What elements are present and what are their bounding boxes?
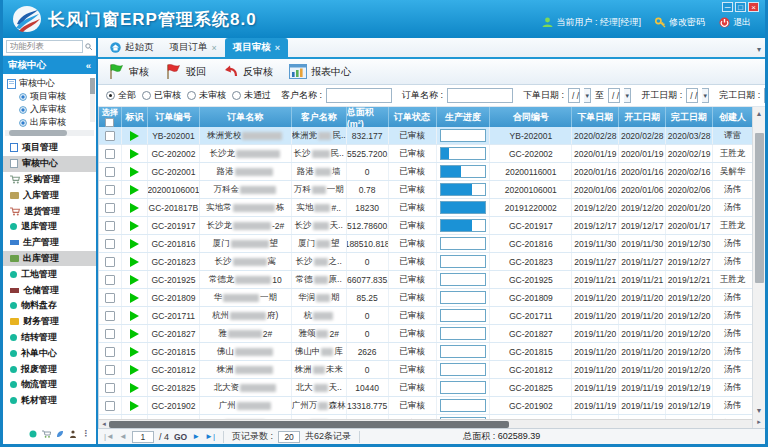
row-select-cell[interactable] — [99, 253, 122, 270]
sidebar-item-9[interactable]: 仓储管理 — [3, 282, 96, 298]
column-header-开工日期[interactable]: 开工日期 — [619, 107, 666, 127]
table-row[interactable]: GC-201711杭州府)杭0已审核GC-2017112019/11/20201… — [99, 307, 752, 325]
table-row[interactable]: GC-201809华一期华润期85.25已审核GC-2018092019/11/… — [99, 289, 752, 307]
column-header-标识[interactable]: 标识 — [122, 107, 148, 127]
table-row[interactable]: GC-201917长沙龙-2#长沙天..8512.78600..已审核GC-20… — [99, 217, 752, 235]
tab-起始页[interactable]: 起始页 — [102, 38, 162, 57]
row-select-cell[interactable] — [99, 217, 122, 234]
row-select-cell[interactable] — [99, 289, 122, 306]
row-select-cell[interactable] — [99, 307, 122, 324]
row-checkbox[interactable] — [105, 275, 115, 285]
row-checkbox[interactable] — [105, 203, 115, 213]
horizontal-scroll-thumb[interactable] — [109, 421, 509, 428]
scroll-up-icon[interactable]: ▲ — [753, 107, 765, 119]
column-header-完工日期[interactable]: 完工日期 — [666, 107, 713, 127]
sidebar-item-6[interactable]: 生产管理 — [3, 235, 96, 251]
vertical-scrollbar[interactable]: ▲ ▼ ▸ — [752, 107, 765, 428]
row-checkbox[interactable] — [105, 131, 115, 141]
sidebar-item-0[interactable]: 项目管理 — [3, 140, 96, 156]
toolbar-button-驳回[interactable]: 驳回 — [165, 63, 206, 80]
row-checkbox[interactable] — [105, 149, 115, 159]
maximize-button[interactable]: □ — [735, 2, 746, 12]
radio-全部[interactable]: 全部 — [106, 89, 136, 102]
next-page-icon[interactable]: ► — [192, 432, 200, 441]
customer-name-input[interactable] — [326, 88, 392, 103]
row-select-cell[interactable] — [99, 127, 122, 144]
tree-item-root[interactable]: 审核中心 — [7, 77, 96, 90]
sidebar-item-4[interactable]: 退货管理 — [3, 203, 96, 219]
finish-date-input[interactable]: / / — [764, 88, 765, 103]
chevron-down-icon[interactable]: ▼ — [624, 88, 631, 103]
logout-button[interactable]: 退出 — [719, 16, 751, 29]
sidebar-item-16[interactable]: 耗材管理 — [3, 393, 96, 409]
row-checkbox[interactable] — [105, 167, 115, 177]
sidebar-item-12[interactable]: 结转管理 — [3, 330, 96, 346]
horizontal-scrollbar[interactable]: ◂ — [99, 419, 752, 428]
sidebar-item-5[interactable]: 退库管理 — [3, 219, 96, 235]
tab-项目订单[interactable]: 项目订单× — [162, 38, 225, 57]
sidebar-item-15[interactable]: 物流管理 — [3, 377, 96, 393]
table-row[interactable]: GC-201902广州广州万森林13318.775已审核GC-201902201… — [99, 397, 752, 415]
order-date-to-input[interactable]: / / — [608, 88, 620, 103]
tab-项目审核[interactable]: 项目审核× — [225, 38, 288, 57]
table-row[interactable]: GC-201825北大资北大天..10440已审核GC-2018252019/1… — [99, 379, 752, 397]
column-header-客户名称[interactable]: 客户名称 — [292, 107, 347, 127]
collapse-icon[interactable]: « — [86, 60, 91, 71]
more-icon[interactable]: ⋮ — [82, 430, 90, 438]
row-checkbox[interactable] — [105, 365, 115, 375]
row-checkbox[interactable] — [105, 329, 115, 339]
order-date-from-input[interactable]: / / — [568, 88, 580, 103]
tree-item-0[interactable]: 项目审核 — [7, 90, 96, 103]
radio-未审核[interactable]: 未审核 — [187, 89, 226, 102]
start-date-input[interactable]: / / — [686, 88, 698, 103]
row-select-cell[interactable] — [99, 361, 122, 378]
pin-icon[interactable] — [85, 43, 93, 51]
row-select-cell[interactable] — [99, 145, 122, 162]
chevron-down-icon[interactable]: ▼ — [584, 88, 591, 103]
person-icon[interactable] — [69, 430, 77, 438]
table-row[interactable]: GC-201816厦门望厦门望188510.818已审核GC-201816201… — [99, 235, 752, 253]
tab-close-icon[interactable]: × — [275, 43, 280, 53]
dot-icon[interactable] — [29, 430, 37, 438]
select-all-checkbox[interactable] — [105, 118, 114, 127]
table-row[interactable]: GC-202002长沙龙长沙民..65525.7200..已审核GC-20200… — [99, 145, 752, 163]
row-checkbox[interactable] — [105, 293, 115, 303]
column-header-合同编号[interactable]: 合同编号 — [490, 107, 572, 127]
table-row[interactable]: GC-201812株洲株洲未来0已审核GC-2018122019/11/2020… — [99, 361, 752, 379]
row-checkbox[interactable] — [105, 221, 115, 231]
chevron-down-icon[interactable]: ▼ — [702, 88, 709, 103]
row-checkbox[interactable] — [105, 185, 115, 195]
row-select-cell[interactable] — [99, 181, 122, 198]
page-size-input[interactable] — [278, 431, 300, 443]
cart-icon[interactable] — [42, 430, 51, 438]
column-header-创建人[interactable]: 创建人 — [713, 107, 752, 127]
table-row[interactable]: GC-201823长沙寓长沙之..0已审核GC-2018232019/11/27… — [99, 253, 752, 271]
sidebar-item-1[interactable]: 审核中心 — [3, 156, 96, 172]
table-row[interactable]: GC-202001路港路港墙0已审核202001160012020/01/162… — [99, 163, 752, 181]
toolbar-button-审核[interactable]: 审核 — [108, 63, 149, 80]
tree-item-1[interactable]: 入库审核 — [7, 103, 96, 116]
column-header-订单状态[interactable]: 订单状态 — [389, 107, 437, 127]
scroll-right-icon[interactable]: ▸ — [753, 416, 765, 428]
row-checkbox[interactable] — [105, 347, 115, 357]
column-header-下单日期[interactable]: 下单日期 — [572, 107, 619, 127]
prev-page-icon[interactable]: ◄ — [119, 432, 127, 441]
column-header-选择[interactable]: 选择 — [99, 107, 122, 127]
tab-close-icon[interactable]: × — [212, 43, 217, 53]
scroll-left-icon[interactable]: ◂ — [99, 420, 109, 428]
row-select-cell[interactable] — [99, 163, 122, 180]
sidebar-item-2[interactable]: 采购管理 — [3, 172, 96, 188]
page-number-input[interactable] — [132, 431, 154, 443]
row-select-cell[interactable] — [99, 379, 122, 396]
row-select-cell[interactable] — [99, 199, 122, 216]
column-header-生产进度[interactable]: 生产进度 — [437, 107, 491, 127]
radio-已审核[interactable]: 已审核 — [142, 89, 181, 102]
table-row[interactable]: 20200106001万科金万科一期0.78已审核202001060012020… — [99, 181, 752, 199]
table-row[interactable]: GC-201815佛山佛山中库2626已审核GC-2018152019/11/2… — [99, 343, 752, 361]
row-select-cell[interactable] — [99, 397, 122, 414]
column-header-订单名称[interactable]: 订单名称 — [200, 107, 292, 127]
sidebar-item-13[interactable]: 补单中心 — [3, 345, 96, 361]
scroll-down-icon[interactable]: ▼ — [753, 404, 765, 416]
sidebar-item-8[interactable]: 工地管理 — [3, 266, 96, 282]
toolbar-button-反审核[interactable]: 反审核 — [222, 64, 273, 79]
